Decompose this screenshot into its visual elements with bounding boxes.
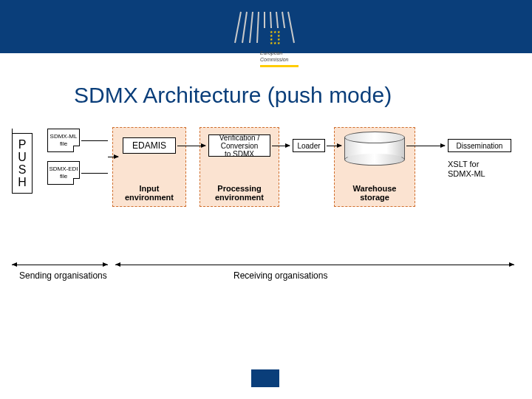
verification-box: Verification / Conversion to SDMX xyxy=(208,134,270,157)
store-env-label: Warehouse storage xyxy=(335,184,415,202)
file-ml-l1: SDMX-ML xyxy=(48,133,79,140)
sending-orgs-label: Sending organisations xyxy=(19,270,107,281)
receiving-orgs-label: Receiving organisations xyxy=(233,270,327,281)
eu-flag-icon: ★ ★ ★★ ★★ ★★ ★ ★ xyxy=(260,28,290,47)
xslt-l1: XSLT for xyxy=(448,160,485,169)
xslt-l2: SDMX-ML xyxy=(448,169,485,179)
sdmx-edi-file-icon: SDMX-EDI file xyxy=(47,161,80,185)
sdmx-ml-file-icon: SDMX-ML file xyxy=(47,129,80,152)
logo-label-1: European xyxy=(260,50,282,55)
loader-box: Loader xyxy=(293,139,325,152)
file-edi-l1: SDMX-EDI xyxy=(48,166,79,173)
logo-label-2: Commission xyxy=(260,57,289,62)
arrow-verif-loader xyxy=(272,146,290,146)
file-edi-l2: file xyxy=(48,173,79,180)
push-u: U xyxy=(18,151,27,163)
arrow-warehouse-dissem xyxy=(406,146,445,146)
ec-logo: ★ ★ ★★ ★★ ★★ ★ ★ European Commission xyxy=(231,6,301,74)
input-env-label: Input environment xyxy=(113,184,185,202)
sending-range-line xyxy=(12,265,108,265)
push-h: H xyxy=(18,176,27,188)
push-s: S xyxy=(18,163,27,176)
proc-env-label: Processing environment xyxy=(200,184,279,202)
arrow-ml-join xyxy=(81,140,108,141)
svg-line-2 xyxy=(250,12,253,43)
push-box: P U S H xyxy=(12,133,33,194)
push-p: P xyxy=(18,138,27,151)
svg-line-3 xyxy=(257,12,259,43)
footer-flag-icon xyxy=(251,369,279,387)
arrow-to-edamis xyxy=(108,157,118,157)
arrow-loader-warehouse xyxy=(327,146,341,146)
svg-line-0 xyxy=(235,12,241,43)
slide-title: SDMX Architecture (push mode) xyxy=(74,83,392,108)
architecture-diagram: P U S H SDMX-ML file SDMX-EDI file Input… xyxy=(12,129,522,276)
xslt-label: XSLT for SDMX-ML xyxy=(448,160,485,179)
arrow-edi-join xyxy=(81,173,108,174)
edamis-box: EDAMIS xyxy=(123,137,176,154)
file-ml-l2: file xyxy=(48,140,79,148)
receiving-range-line xyxy=(115,265,514,265)
arrow-edamis-verif xyxy=(177,146,205,146)
warehouse-cylinder-icon xyxy=(344,132,405,164)
logo-underline xyxy=(260,65,299,67)
dissemination-box: Dissemination xyxy=(448,139,511,152)
svg-line-1 xyxy=(242,12,247,43)
